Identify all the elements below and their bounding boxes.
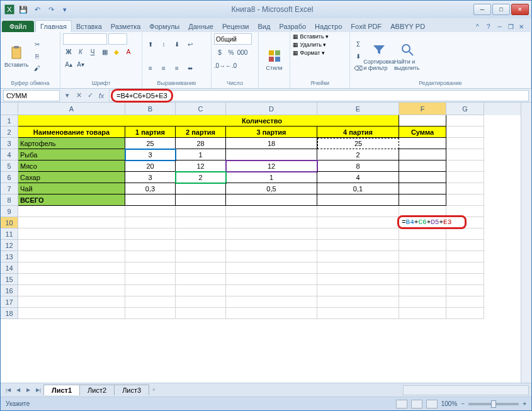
paste-button[interactable]: Вставить xyxy=(3,38,30,76)
fx-icon[interactable]: fx xyxy=(96,91,106,101)
sheet-tab-1[interactable]: Лист1 xyxy=(43,385,80,395)
cell-F8[interactable] xyxy=(399,194,446,206)
mdi-close-icon[interactable]: ✕ xyxy=(519,23,528,32)
cell-A5[interactable]: Мясо xyxy=(18,160,125,172)
active-cell-editor[interactable]: =B4+C6+D5+E3 xyxy=(397,215,467,229)
cell-A7[interactable]: Чай xyxy=(18,183,125,194)
row-header-12[interactable]: 12 xyxy=(1,240,18,251)
enter-formula-icon[interactable]: ✓ xyxy=(85,91,95,101)
cell-C7[interactable] xyxy=(176,183,226,194)
vertical-scrollbar[interactable] xyxy=(521,103,531,383)
cell-B8[interactable] xyxy=(125,194,176,206)
percent-icon[interactable]: % xyxy=(225,47,237,58)
bold-button[interactable]: Ж xyxy=(63,46,74,57)
redo-icon[interactable]: ↷ xyxy=(45,3,57,16)
page-layout-view-icon[interactable] xyxy=(411,400,422,408)
fill-color-button[interactable]: ◆ xyxy=(111,46,122,57)
col-header-A[interactable]: A xyxy=(18,103,125,115)
select-all-corner[interactable] xyxy=(1,103,18,115)
row-header-10[interactable]: 10 xyxy=(1,217,18,228)
cell-B3[interactable]: 25 xyxy=(125,138,176,149)
mdi-minimize-icon[interactable]: ─ xyxy=(497,23,506,32)
cell-F4[interactable] xyxy=(399,149,446,160)
italic-button[interactable]: К xyxy=(75,46,86,57)
row-header-11[interactable]: 11 xyxy=(1,228,18,240)
worksheet-grid[interactable]: 1 2 3 4 5 6 7 8 9 10 11 12 13 14 15 16 1… xyxy=(1,103,531,383)
minimize-ribbon-icon[interactable]: ^ xyxy=(476,23,485,32)
tab-insert[interactable]: Вставка xyxy=(72,21,106,32)
row-header-15[interactable]: 15 xyxy=(1,274,18,285)
cell-B7[interactable]: 0,3 xyxy=(125,183,176,194)
col-header-G[interactable]: G xyxy=(446,103,484,115)
cell-E6[interactable]: 4 xyxy=(317,172,399,183)
cell-D7[interactable]: 0,5 xyxy=(226,183,317,194)
col-header-F[interactable]: F xyxy=(399,103,446,115)
maximize-button[interactable]: □ xyxy=(492,4,510,15)
tab-addins[interactable]: Надстро xyxy=(310,21,346,32)
cell-F7[interactable] xyxy=(399,183,446,194)
file-tab[interactable]: Файл xyxy=(2,21,34,32)
border-button[interactable]: ▦ xyxy=(99,46,110,57)
cell-B5[interactable]: 20 xyxy=(125,160,176,172)
name-box[interactable] xyxy=(3,90,60,101)
sheet-tab-3[interactable]: Лист3 xyxy=(114,385,149,395)
cell-C6[interactable]: 2 xyxy=(176,172,226,183)
align-right-icon[interactable]: ≡ xyxy=(171,63,183,74)
delete-cells-button[interactable]: ▦ Удалить ▾ xyxy=(293,42,347,48)
align-top-icon[interactable]: ⬆ xyxy=(145,39,156,50)
mdi-restore-icon[interactable]: ❐ xyxy=(508,23,517,32)
tab-developer[interactable]: Разрабо xyxy=(274,21,310,32)
cell-F3[interactable] xyxy=(399,138,446,149)
format-cells-button[interactable]: ▦ Формат ▾ xyxy=(293,50,347,56)
row-header-7[interactable]: 7 xyxy=(1,183,18,194)
col-header-E[interactable]: E xyxy=(317,103,399,115)
align-bottom-icon[interactable]: ⬇ xyxy=(171,39,183,50)
find-select-button[interactable]: Найти и выделить xyxy=(394,38,421,76)
number-format-select[interactable] xyxy=(214,33,252,45)
align-left-icon[interactable]: ≡ xyxy=(145,63,156,74)
insert-cells-button[interactable]: ▦ Вставить ▾ xyxy=(293,33,347,40)
cell-F1[interactable] xyxy=(399,115,446,127)
excel-icon[interactable]: X xyxy=(3,3,16,16)
cell-C4[interactable]: 1 xyxy=(176,149,226,160)
row-header-2[interactable]: 2 xyxy=(1,127,18,138)
align-middle-icon[interactable]: ↕ xyxy=(158,39,169,50)
cell-D6[interactable]: 1 xyxy=(226,172,317,183)
cell-A3[interactable]: Картофель xyxy=(18,138,125,149)
cell-C5[interactable]: 12 xyxy=(176,160,226,172)
copy-icon[interactable]: ⎘ xyxy=(31,51,43,62)
qat-dropdown-icon[interactable]: ▾ xyxy=(59,3,71,16)
row-header-18[interactable]: 18 xyxy=(1,308,18,319)
font-color-button[interactable]: A xyxy=(123,46,134,57)
tab-data[interactable]: Данные xyxy=(184,21,218,32)
sort-filter-button[interactable]: Сортировка и фильтр xyxy=(366,38,392,76)
cell-A8[interactable]: ВСЕГО xyxy=(18,194,125,206)
cell-merged-quantity[interactable]: Количество xyxy=(125,115,399,127)
font-size-select[interactable] xyxy=(108,33,127,45)
row-header-8[interactable]: 8 xyxy=(1,194,18,206)
tab-formulas[interactable]: Формулы xyxy=(145,21,184,32)
normal-view-icon[interactable] xyxy=(396,400,407,408)
sheet-nav-prev-icon[interactable]: ◀ xyxy=(13,385,23,395)
cancel-formula-icon[interactable]: ✕ xyxy=(74,91,84,101)
tab-layout[interactable]: Разметка xyxy=(106,21,145,32)
cell-E8[interactable] xyxy=(317,194,399,206)
formula-bar[interactable]: =B4+C6+D5+E3 xyxy=(109,90,529,101)
sheet-nav-first-icon[interactable]: |◀ xyxy=(3,385,13,395)
cell-A4[interactable]: Рыба xyxy=(18,149,125,160)
minimize-button[interactable]: ─ xyxy=(473,4,491,15)
cell-E3[interactable]: 25 xyxy=(317,138,399,149)
cell-G1[interactable] xyxy=(446,115,484,127)
row-header-6[interactable]: 6 xyxy=(1,172,18,183)
cell-D8[interactable] xyxy=(226,194,317,206)
wrap-text-icon[interactable]: ↩ xyxy=(184,39,196,50)
fill-icon[interactable]: ⬇ xyxy=(353,51,364,62)
cell-E4[interactable]: 2 xyxy=(317,149,399,160)
clear-icon[interactable]: ⌫ xyxy=(353,63,364,74)
cell-F5[interactable] xyxy=(399,160,446,172)
sheet-nav-next-icon[interactable]: ▶ xyxy=(23,385,33,395)
horizontal-scrollbar[interactable] xyxy=(403,385,529,395)
row-header-16[interactable]: 16 xyxy=(1,285,18,296)
increase-font-icon[interactable]: A▴ xyxy=(63,59,74,70)
zoom-slider[interactable] xyxy=(468,403,519,405)
